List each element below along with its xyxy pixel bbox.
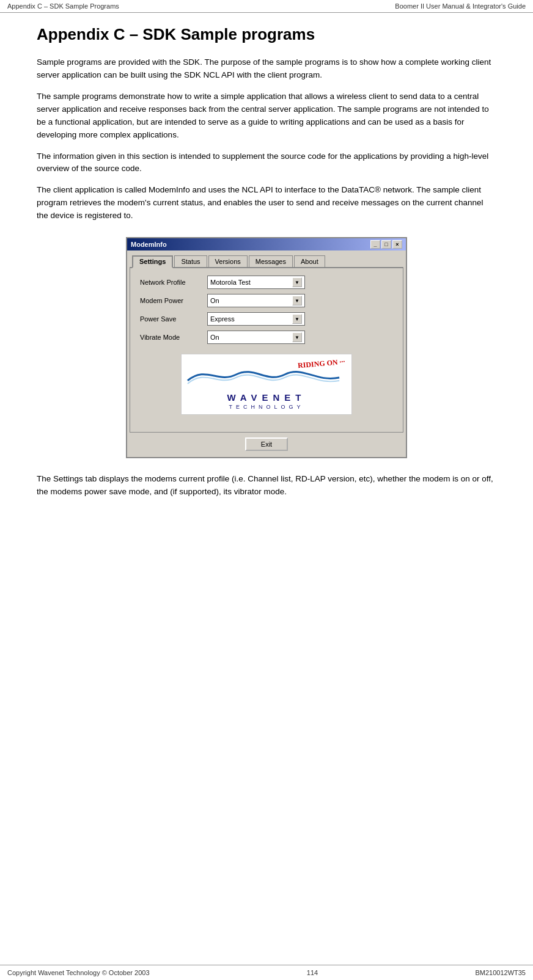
header-left: Appendix C – SDK Sample Programs (7, 2, 119, 10)
power-save-arrow[interactable]: ▼ (292, 314, 302, 324)
tab-content-settings: Network Profile Motorola Test ▼ Modem Po… (130, 268, 403, 433)
vibrate-mode-dropdown[interactable]: On ▼ (207, 331, 305, 344)
paragraph-2: The sample programs demonstrate how to w… (37, 90, 496, 142)
minimize-button[interactable]: _ (370, 240, 380, 249)
vibrate-mode-label: Vibrate Mode (140, 334, 207, 341)
tab-status[interactable]: Status (174, 255, 207, 267)
form-row-vibrate-mode: Vibrate Mode On ▼ (140, 331, 393, 344)
header-right: Boomer II User Manual & Integrator's Gui… (395, 2, 526, 10)
page-title: Appendix C – SDK Sample programs (37, 25, 496, 44)
footer-bar: Copyright Wavenet Technology © October 2… (0, 965, 533, 980)
screenshot-container: ModemInfo _ □ × Settings Status (37, 237, 496, 458)
tab-versions[interactable]: Versions (208, 255, 248, 267)
maximize-button[interactable]: □ (381, 240, 391, 249)
exit-row: Exit (130, 433, 403, 455)
footer-left: Copyright Wavenet Technology © October 2… (7, 969, 150, 976)
network-profile-dropdown[interactable]: Motorola Test ▼ (207, 276, 305, 289)
vibrate-mode-value: On (210, 334, 219, 341)
power-save-dropdown[interactable]: Express ▼ (207, 312, 305, 326)
logo-area: RIDING ON ··· WAVENET TECHNOLOGY (181, 354, 352, 415)
modem-power-value: On (210, 297, 219, 304)
app-titlebar: ModemInfo _ □ × (127, 238, 406, 250)
network-profile-value: Motorola Test (210, 279, 251, 286)
tab-settings[interactable]: Settings (132, 255, 173, 268)
exit-button[interactable]: Exit (245, 437, 288, 451)
footer-center: 114 (307, 969, 318, 976)
form-row-modem-power: Modem Power On ▼ (140, 294, 393, 307)
wavenet-text: WAVENET (227, 392, 306, 403)
close-button[interactable]: × (392, 240, 402, 249)
technology-text: TECHNOLOGY (229, 404, 304, 410)
tab-messages[interactable]: Messages (249, 255, 293, 267)
power-save-value: Express (210, 315, 235, 323)
main-content: Appendix C – SDK Sample programs Sample … (0, 13, 533, 544)
tab-about[interactable]: About (294, 255, 325, 267)
paragraph-5: The Settings tab displays the modems cur… (37, 473, 496, 499)
form-row-network-profile: Network Profile Motorola Test ▼ (140, 276, 393, 289)
modem-power-dropdown[interactable]: On ▼ (207, 294, 305, 307)
network-profile-arrow[interactable]: ▼ (292, 277, 302, 287)
network-profile-label: Network Profile (140, 279, 207, 286)
tab-bar: Settings Status Versions Messages About (130, 253, 403, 268)
app-window: ModemInfo _ □ × Settings Status (126, 237, 407, 458)
paragraph-3: The information given in this section is… (37, 150, 496, 176)
header-bar: Appendix C – SDK Sample Programs Boomer … (0, 0, 533, 13)
vibrate-mode-arrow[interactable]: ▼ (292, 332, 302, 342)
footer-right: BM210012WT35 (475, 969, 526, 976)
modem-power-arrow[interactable]: ▼ (292, 296, 302, 305)
modem-power-label: Modem Power (140, 297, 207, 304)
paragraph-4: The client application is called ModemIn… (37, 184, 496, 222)
form-row-power-save: Power Save Express ▼ (140, 312, 393, 326)
titlebar-buttons: _ □ × (370, 240, 402, 249)
app-title: ModemInfo (131, 241, 167, 248)
paragraph-1: Sample programs are provided with the SD… (37, 56, 496, 82)
app-body: Settings Status Versions Messages About (127, 250, 406, 457)
power-save-label: Power Save (140, 315, 207, 323)
